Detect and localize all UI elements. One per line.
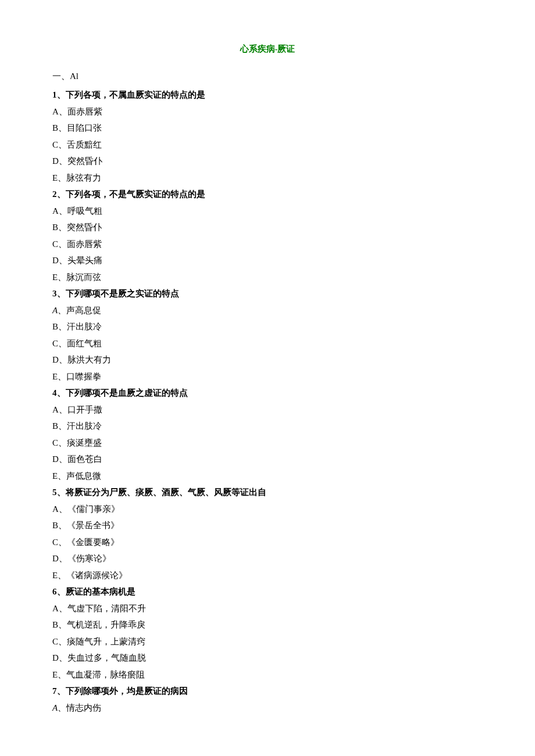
option-text: 《儒门事亲》 xyxy=(67,504,120,514)
option-separator: 、 xyxy=(58,620,67,629)
option-text: 情志内伤 xyxy=(66,703,101,712)
option-text: 口噤握拳 xyxy=(66,372,101,381)
section-label: 一、Al xyxy=(52,68,483,85)
option-letter: D xyxy=(52,554,59,563)
option: A、声高息促 xyxy=(52,302,483,319)
option: C、舌质黯红 xyxy=(52,137,483,153)
option-text: 痰随气升，上蒙清窍 xyxy=(67,637,145,646)
option: B、《景岳全书》 xyxy=(52,517,483,534)
option-separator: 、 xyxy=(59,206,67,216)
option-text: 面色苍白 xyxy=(67,454,102,464)
option-separator: 、 xyxy=(58,306,66,315)
option-text: 声低息微 xyxy=(66,471,101,481)
option-separator: 、 xyxy=(58,670,66,679)
question-stem: 3、下列哪项不是厥之实证的特点 xyxy=(52,285,483,302)
option-letter: E xyxy=(52,571,58,580)
option-separator: 、 xyxy=(58,571,66,580)
option-separator: 、 xyxy=(58,339,67,348)
questions-container: 1、下列各项，不属血厥实证的特点的是A、面赤唇紫B、目陷口张C、舌质黯红D、突然… xyxy=(52,87,483,716)
question-stem: 2、下列各项，不是气厥实证的特点的是 xyxy=(52,186,483,203)
option-separator: 、 xyxy=(58,273,66,282)
option-separator: 、 xyxy=(59,554,67,563)
option: C、面红气粗 xyxy=(52,335,483,352)
option: D、突然昏仆 xyxy=(52,153,483,170)
option-letter: D xyxy=(52,156,59,166)
option-text: 脉沉而弦 xyxy=(66,273,101,282)
option: A、气虚下陷，清阳不升 xyxy=(52,600,483,617)
option-text: 汗出肢冷 xyxy=(67,421,102,431)
option-separator: 、 xyxy=(58,239,67,249)
option-text: 目陷口张 xyxy=(67,123,102,132)
option-separator: 、 xyxy=(58,703,66,712)
option-text: 面赤唇紫 xyxy=(67,107,102,116)
option-separator: 、 xyxy=(59,604,67,613)
option-separator: 、 xyxy=(58,521,67,530)
option: B、目陷口张 xyxy=(52,120,483,137)
option: B、突然昏仆 xyxy=(52,219,483,236)
option-letter: E xyxy=(52,372,58,381)
option-separator: 、 xyxy=(58,140,67,149)
option-letter: D xyxy=(52,256,59,265)
option: D、面色苍白 xyxy=(52,451,483,468)
option-letter: B xyxy=(52,223,58,232)
option: D、脉洪大有力 xyxy=(52,352,483,368)
option: A、情志内伤 xyxy=(52,700,483,716)
option-letter: B xyxy=(52,521,58,530)
option-text: 《景岳全书》 xyxy=(67,521,119,530)
option-separator: 、 xyxy=(59,405,67,414)
option-text: 面红气粗 xyxy=(67,339,102,348)
option-letter: A xyxy=(52,504,59,514)
option-letter: B xyxy=(52,322,58,331)
option-letter: C xyxy=(52,339,58,348)
option-separator: 、 xyxy=(58,173,66,182)
option: D、失血过多，气随血脱 xyxy=(52,650,483,667)
option-text: 脉洪大有力 xyxy=(67,355,111,364)
option: E、脉沉而弦 xyxy=(52,269,483,286)
option-text: 《金匮要略》 xyxy=(67,538,119,547)
option-separator: 、 xyxy=(58,123,67,132)
option-letter: A xyxy=(52,405,59,414)
option-text: 汗出肢冷 xyxy=(67,322,102,331)
option-text: 《诸病源候论》 xyxy=(66,571,127,580)
option-separator: 、 xyxy=(58,372,66,381)
option-letter: D xyxy=(52,355,59,364)
option-letter: C xyxy=(52,239,58,249)
option-text: 气机逆乱，升降乖戾 xyxy=(67,620,145,629)
option-letter: B xyxy=(52,421,58,431)
option: C、面赤唇紫 xyxy=(52,236,483,253)
option: B、汗出肢冷 xyxy=(52,418,483,435)
option: E、气血凝滞，脉络瘀阻 xyxy=(52,667,483,683)
option-text: 头晕头痛 xyxy=(67,256,102,265)
option: B、汗出肢冷 xyxy=(52,318,483,335)
option-separator: 、 xyxy=(58,438,67,447)
option-text: 口开手撒 xyxy=(67,405,102,414)
option: E、声低息微 xyxy=(52,468,483,485)
option-separator: 、 xyxy=(59,256,67,265)
option: C、痰涎壅盛 xyxy=(52,435,483,452)
question-stem: 1、下列各项，不属血厥实证的特点的是 xyxy=(52,87,483,103)
document-page: 心系疾病-厥证 一、Al 1、下列各项，不属血厥实证的特点的是A、面赤唇紫B、目… xyxy=(0,0,535,756)
option-text: 突然昏仆 xyxy=(67,223,102,232)
option-letter: E xyxy=(52,471,58,481)
option-letter: B xyxy=(52,123,58,132)
option-letter: E xyxy=(52,173,58,182)
option-text: 《伤寒论》 xyxy=(67,554,111,563)
option: D、头晕头痛 xyxy=(52,252,483,269)
option: E、《诸病源候论》 xyxy=(52,567,483,584)
option-text: 面赤唇紫 xyxy=(67,239,102,249)
option: D、《伤寒论》 xyxy=(52,550,483,567)
option-letter: A xyxy=(52,306,58,315)
option-text: 舌质黯红 xyxy=(67,140,102,149)
option-separator: 、 xyxy=(59,454,67,464)
option-separator: 、 xyxy=(59,107,67,116)
option-letter: C xyxy=(52,637,58,646)
option-letter: A xyxy=(52,107,59,116)
option-separator: 、 xyxy=(58,471,66,481)
option-letter: E xyxy=(52,273,58,282)
option-letter: C xyxy=(52,140,58,149)
option-separator: 、 xyxy=(59,653,67,662)
option-letter: A xyxy=(52,206,59,216)
option-text: 痰涎壅盛 xyxy=(67,438,102,447)
option: C、痰随气升，上蒙清窍 xyxy=(52,633,483,650)
option-separator: 、 xyxy=(58,538,67,547)
